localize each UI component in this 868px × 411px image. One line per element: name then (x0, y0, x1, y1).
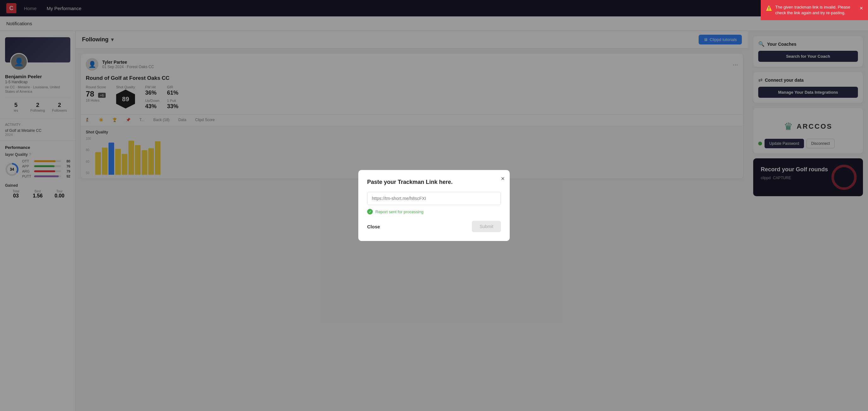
modal-success-row: ✓ Report sent for processing (367, 209, 501, 215)
modal-success-text: Report sent for processing (375, 210, 423, 214)
modal-actions: Close Submit (367, 221, 501, 232)
modal-close-button[interactable]: Close (367, 221, 380, 232)
trackman-link-input[interactable] (367, 192, 501, 205)
toast-close-button[interactable]: × (860, 4, 863, 12)
toast-message: The given trackman link is invalid. Plea… (775, 4, 856, 16)
success-check-icon: ✓ (367, 209, 373, 215)
modal-submit-button[interactable]: Submit (472, 221, 501, 232)
modal-close-x-button[interactable]: × (501, 175, 505, 182)
modal-overlay[interactable]: Paste your Trackman Link here. × ✓ Repor… (0, 0, 868, 411)
trackman-modal: Paste your Trackman Link here. × ✓ Repor… (358, 170, 510, 241)
modal-title: Paste your Trackman Link here. (367, 179, 501, 186)
warning-icon: ⚠️ (766, 5, 772, 12)
error-toast: ⚠️ The given trackman link is invalid. P… (761, 0, 868, 20)
